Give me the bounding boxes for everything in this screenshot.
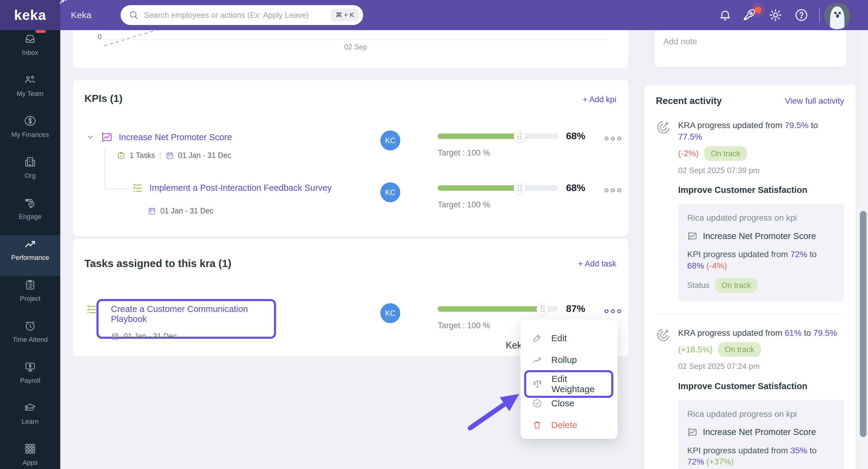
kpi-tasks-count: 1 Tasks (130, 151, 155, 160)
progress-drag-handle[interactable] (514, 130, 526, 142)
progress-bar (438, 306, 558, 312)
status-badge: On track (704, 146, 747, 161)
recent-activity-title: Recent activity (656, 96, 722, 106)
search-shortcut: ⌘ + K (331, 9, 359, 22)
assignee-avatar[interactable]: KC (380, 303, 400, 323)
detail-kpi-link[interactable]: Increase Net Promoter Score (703, 230, 816, 242)
kra-name-link[interactable]: Improve Customer Satisfaction (678, 380, 844, 392)
monitor-dollar-icon (24, 361, 36, 373)
gear-icon (769, 8, 782, 22)
sidebar-item-performance[interactable]: Performance (0, 235, 60, 276)
activity-timestamp: 02 Sept 2025 07:39 pm (678, 165, 844, 176)
inbox-tray-icon (24, 33, 36, 45)
detail-kpi-link[interactable]: Increase Net Promoter Score (703, 426, 816, 438)
sidebar-item-label: Apps (23, 459, 38, 467)
subtask-title-link[interactable]: Implement a Post-Interaction Feedback Su… (150, 183, 332, 193)
view-full-activity-link[interactable]: View full activity (785, 96, 844, 106)
sidebar-item-label: My Finances (11, 131, 49, 139)
alarm-clock-icon (24, 319, 36, 332)
target-label: Target : 100 % (438, 200, 585, 210)
activity-detail-card: Rica updated progress on kpi Increase Ne… (678, 204, 844, 302)
sidebar-item-org[interactable]: Org (0, 153, 60, 194)
sidebar-item-inbox[interactable]: Inbox (0, 30, 60, 71)
sidebar-item-label: Payroll (20, 377, 40, 385)
sidebar-item-label: Time Attend (13, 336, 48, 344)
chevron-down-icon[interactable] (86, 133, 95, 142)
sidebar-item-label: Learn (22, 418, 38, 426)
sidebar-item-engage[interactable]: Engage (0, 194, 60, 235)
sidebar-item-label: Inbox (22, 49, 38, 57)
kpi-row-menu-button[interactable] (604, 136, 621, 140)
checklist-icon (86, 304, 97, 315)
settings-button[interactable] (769, 0, 782, 30)
progress-fill (438, 133, 520, 139)
progress-fill (438, 185, 520, 191)
user-avatar[interactable] (824, 3, 850, 29)
assignee-avatar[interactable]: KC (380, 182, 400, 202)
subtask-meta: 01 Jan - 31 Dec (148, 207, 214, 215)
sidebar-item-time-attend[interactable]: Time Attend (0, 317, 60, 358)
menu-item-delete[interactable]: Delete (521, 414, 618, 436)
status-badge: On track (715, 278, 758, 293)
search-input[interactable]: Search employees or actions (Ex: Apply L… (121, 5, 363, 25)
activity-timestamp: 02 Sept 2025 07:24 pm (678, 361, 844, 372)
subtask-row-right: KC 68% Target : 100 % (380, 182, 621, 210)
menu-item-label: Edit (551, 333, 567, 343)
kra-progress-chart-card: 0 02 Sep (73, 30, 628, 68)
search-icon (129, 10, 138, 20)
task-highlight-box: Create a Customer Communication Playbook… (96, 299, 276, 339)
menu-item-label: Delete (551, 420, 578, 430)
pencil-icon (532, 333, 542, 343)
activity-line: KRA progress updated from 61% to 79.5% (678, 327, 844, 339)
calendar-icon (111, 332, 119, 341)
activity-item: KRA progress updated from 79.5% to 77.5%… (656, 120, 844, 302)
sidebar-item-my-finances[interactable]: My Finances (0, 112, 60, 153)
kra-name-link[interactable]: Improve Customer Satisfaction (678, 184, 844, 196)
logo-spark-icon (58, 0, 68, 5)
scales-icon (532, 379, 542, 389)
kpi-title-link[interactable]: Increase Net Promoter Score (119, 132, 232, 142)
sidebar-item-project[interactable]: Project (0, 276, 60, 317)
keka-logo-text: keka (14, 7, 46, 23)
task-title-link[interactable]: Create a Customer Communication Playbook (111, 304, 248, 324)
sidebar-item-label: Org (25, 172, 36, 180)
chat-bubbles-icon (24, 196, 36, 209)
trend-line-icon (24, 238, 36, 250)
progress-drag-handle[interactable] (514, 182, 526, 194)
task-date-range: 01 Jan - 31 Dec (124, 332, 177, 341)
menu-item-edit[interactable]: Edit (521, 327, 618, 349)
bell-icon (718, 8, 732, 22)
detail-progress-line: KPI progress updated from 35% to 72% (+3… (687, 445, 835, 468)
sidebar-item-my-team[interactable]: My Team (0, 71, 60, 112)
avatar-image (824, 3, 850, 29)
assignee-avatar[interactable]: KC (380, 130, 400, 150)
menu-item-rollup[interactable]: Rollup (521, 349, 618, 371)
page-title: Keka (71, 0, 91, 30)
kpi-chart-box-icon (101, 131, 113, 143)
kpis-section-title: KPIs (1) (84, 93, 123, 104)
activity-divider (656, 313, 844, 314)
sidebar-item-apps[interactable]: Apps (0, 440, 60, 469)
add-note-input[interactable]: Add note (654, 30, 847, 68)
task-row-menu-button[interactable] (604, 309, 621, 313)
kpis-section: KPIs (1) + Add kpi Increase Net Promoter… (73, 80, 628, 236)
progress-drag-handle[interactable] (536, 303, 549, 315)
sidebar-item-payroll[interactable]: Payroll (0, 358, 60, 399)
scrollbar-thumb[interactable] (860, 211, 867, 437)
sidebar-item-label: Project (20, 295, 40, 303)
progress-fill (438, 306, 542, 312)
help-button[interactable] (795, 0, 808, 30)
add-kpi-button[interactable]: + Add kpi (583, 95, 616, 104)
question-circle-icon (795, 8, 808, 22)
whats-new-badge (755, 7, 761, 13)
menu-item-close[interactable]: Close (521, 393, 618, 414)
sidebar-item-learn[interactable]: Learn (0, 399, 60, 440)
menu-item-label: Close (551, 398, 575, 408)
subtask-row-menu-button[interactable] (604, 188, 621, 192)
detail-progress-line: KPI progress updated from 72% to 68% (-4… (687, 249, 835, 272)
notifications-button[interactable] (718, 0, 732, 30)
activity-line: KRA progress updated from 79.5% to 77.5% (678, 120, 844, 143)
whats-new-button[interactable] (741, 0, 757, 30)
add-task-button[interactable]: + Add task (578, 259, 616, 269)
keka-logo[interactable]: keka (0, 0, 60, 30)
